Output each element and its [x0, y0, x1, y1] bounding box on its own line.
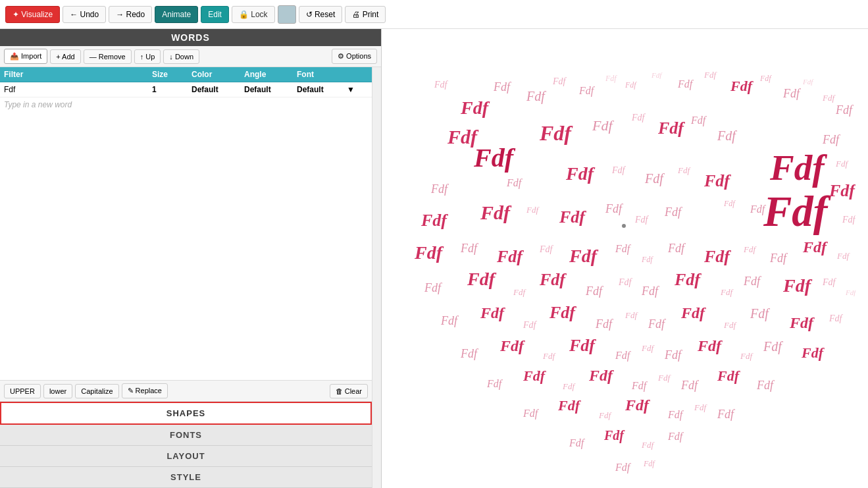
word-fdf: Fdf [523, 367, 547, 384]
menu-item-style[interactable]: STYLE [0, 467, 372, 488]
animate-button[interactable]: Animate [155, 6, 198, 23]
word-fdf: Fdf [644, 171, 665, 186]
word-fdf: Fdf [605, 202, 624, 215]
col-header-angle: Angle [240, 67, 293, 82]
word-fdf: Fdf [836, 251, 850, 261]
col-header-size: Size [148, 67, 188, 82]
word-fdf: Fdf [703, 247, 731, 266]
word-fdf: Fdf [750, 306, 770, 321]
col-header-color: Color [188, 67, 240, 82]
visualize-button[interactable]: ✦ Visualize [5, 6, 60, 23]
word-fdf: Fdf [674, 270, 702, 289]
word-fdf: Fdf [631, 380, 648, 392]
size-cell: 1 [148, 82, 188, 97]
import-button[interactable]: 📤 Import [4, 49, 47, 64]
redo-button[interactable]: → Redo [109, 6, 152, 23]
lower-button[interactable]: lower [43, 384, 72, 398]
word-fdf: Fdf [763, 339, 783, 354]
lock-button[interactable]: 🔒 Lock [232, 6, 275, 23]
main-layout: WORDS 📤 Import + Add — Remove ↑ Up ↓ Dow… [0, 29, 868, 488]
col-header-font: Font [293, 67, 359, 82]
menu-panel: SHAPES FONTS LAYOUT STYLE [0, 401, 372, 488]
word-cloud-container: .fdf-large { font-family: Georgia, serif… [382, 29, 868, 488]
word-fdf: Fdf [523, 320, 538, 330]
word-fdf: Fdf [782, 275, 813, 296]
word-fdf: Fdf [467, 269, 497, 289]
word-fdf: Fdf [829, 181, 855, 200]
word-fdf: Fdf [603, 428, 625, 443]
word-fdf: Fdf [667, 409, 684, 421]
word-fdf: Fdf [720, 287, 734, 297]
word-cloud-svg: .fdf-large { font-family: Georgia, serif… [395, 35, 855, 483]
word-fdf: Fdf [667, 242, 686, 255]
table-scrollbar[interactable] [372, 67, 381, 488]
word-fdf: Fdf [460, 97, 490, 118]
word-fdf: Fdf [703, 171, 731, 190]
right-panel: .fdf-large { font-family: Georgia, serif… [382, 29, 868, 488]
word-fdf: Fdf [549, 303, 576, 322]
options-button[interactable]: ⚙ Options [332, 49, 377, 64]
word-fdf: Fdf [434, 80, 449, 90]
word-fdf: Fdf [782, 87, 802, 100]
color-picker[interactable] [278, 5, 296, 24]
word-fdf: Fdf [829, 313, 844, 323]
color-cell: Default [188, 82, 240, 97]
up-button[interactable]: ↑ Up [134, 49, 161, 64]
angle-cell: Default [240, 82, 293, 97]
word-fdf: Fdf [641, 255, 653, 264]
word-fdf: Fdf [480, 304, 505, 321]
word-fdf: Fdf [552, 76, 567, 86]
word-fdf: Fdf [822, 277, 837, 287]
undo-button[interactable]: ← Undo [63, 6, 106, 23]
word-fdf: Fdf [750, 203, 767, 215]
clear-button[interactable]: 🗑 Clear [330, 384, 368, 398]
new-word-placeholder[interactable]: Type in a new word [0, 97, 372, 112]
word-fdf: Fdf [641, 343, 655, 353]
word-fdf: Fdf [631, 113, 646, 122]
word-fdf: Fdf [595, 317, 614, 331]
edit-button[interactable]: Edit [201, 6, 229, 23]
word-fdf: Fdf [740, 351, 753, 361]
capitalize-button[interactable]: Capitalize [75, 384, 118, 398]
replace-button[interactable]: ✎ Replace [122, 383, 168, 398]
font-dropdown-arrow[interactable]: ▼ [347, 85, 355, 94]
remove-button[interactable]: — Remove [84, 49, 132, 64]
word-fdf: Fdf [611, 165, 626, 175]
word-fdf: Fdf [657, 373, 671, 383]
menu-item-shapes[interactable]: SHAPES [0, 402, 372, 425]
word-fdf: Fdf [677, 78, 694, 90]
word-fdf: Fdf [664, 205, 683, 219]
word-fdf: Fdf [447, 126, 479, 148]
upper-button[interactable]: UPPER [4, 384, 41, 398]
word-fdf: Fdf [664, 348, 683, 362]
word-fdf: Fdf [802, 78, 814, 86]
reset-button[interactable]: ↺ Reset [299, 6, 343, 23]
word-fdf: Fdf [526, 205, 540, 215]
word-fdf: Fdf [651, 71, 663, 79]
menu-item-layout[interactable]: LAYOUT [0, 446, 372, 467]
table-row[interactable]: Fdf 1 Default Default Default ▼ [0, 82, 372, 97]
font-cell: Default ▼ [293, 82, 359, 97]
word-fdf: Fdf [789, 314, 815, 331]
word-fdf: Fdf [598, 410, 612, 420]
word-fdf: Fdf [648, 317, 667, 331]
word-fdf: Fdf [690, 115, 707, 126]
center-marker [622, 224, 626, 228]
down-button[interactable]: ↓ Down [163, 49, 199, 64]
word-fdf: Fdf [680, 379, 700, 392]
word-fdf: Fdf [542, 351, 556, 361]
word-fdf: Fdf [717, 128, 737, 144]
word-fdf: Fdf [743, 244, 757, 254]
word-fdf: Fdf [615, 462, 632, 474]
print-button[interactable]: 🖨 Print [345, 6, 386, 23]
word-fdf-large: Fdf [769, 148, 827, 188]
word-fdf: Fdf [822, 93, 836, 103]
word-fdf: Fdf [643, 459, 655, 468]
word-fdf: Fdf [526, 89, 546, 104]
menu-item-fonts[interactable]: FONTS [0, 425, 372, 446]
word-fdf: Fdf [694, 402, 707, 412]
add-button[interactable]: + Add [50, 49, 80, 64]
word-fdf: Fdf [759, 74, 772, 83]
word-fdf: Fdf [513, 287, 526, 297]
word-fdf: Fdf [717, 408, 736, 421]
